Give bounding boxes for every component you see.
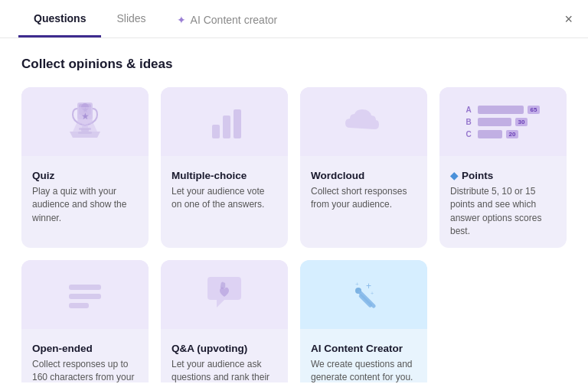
card-quiz[interactable]: ★ ★ Quiz Play a quiz with your audience …	[21, 87, 149, 248]
card-qa-upvoting-title: Q&A (upvoting)	[168, 343, 280, 354]
svg-rect-15	[69, 303, 89, 308]
card-quiz-title: Quiz	[29, 170, 141, 181]
svg-rect-11	[223, 116, 230, 138]
tab-questions[interactable]: Questions	[18, 0, 101, 37]
svg-rect-9	[79, 128, 91, 130]
card-qa-upvoting-image	[161, 260, 288, 329]
main-content: Collect opinions & ideas ★	[0, 38, 588, 382]
card-multiple-choice[interactable]: Multiple-choice Let your audience vote o…	[161, 87, 288, 248]
card-qa-upvoting[interactable]: Q&A (upvoting) Let your audience ask que…	[161, 260, 288, 382]
card-wordcloud-title: Wordcloud	[308, 170, 420, 181]
svg-rect-14	[69, 294, 101, 299]
section-title: Collect opinions & ideas	[21, 57, 567, 72]
card-ai-content-creator-desc: We create questions and generate content…	[308, 358, 420, 382]
svg-rect-5	[78, 132, 92, 134]
card-wordcloud-desc: Collect short responses from your audien…	[308, 185, 420, 212]
card-ai-content-creator[interactable]: + + + AI Content Creator We create quest…	[300, 260, 427, 382]
card-multiple-choice-desc: Let your audience vote on one of the ans…	[168, 185, 280, 212]
tabs-container: Questions Slides ✦ AI Content creator	[18, 0, 292, 37]
tab-ai-label: AI Content creator	[191, 14, 278, 26]
card-points[interactable]: A 65 B 30 C 20	[439, 87, 567, 248]
card-open-ended-desc: Collect responses up to 160 characters f…	[29, 358, 141, 382]
card-quiz-desc: Play a quiz with your audience and show …	[29, 185, 141, 225]
card-multiple-choice-image	[161, 87, 288, 156]
close-button[interactable]: ×	[564, 12, 573, 26]
card-wordcloud[interactable]: Wordcloud Collect short responses from y…	[300, 87, 427, 248]
svg-text:+: +	[366, 281, 371, 291]
card-points-desc: Distribute 5, 10 or 15 points and see wh…	[447, 185, 559, 239]
cards-row1: ★ ★ Quiz Play a quiz with your audience …	[21, 87, 567, 248]
tab-bar: Questions Slides ✦ AI Content creator ×	[0, 0, 588, 38]
card-open-ended-title: Open-ended	[29, 343, 141, 354]
card-qa-upvoting-desc: Let your audience ask questions and rank…	[168, 358, 280, 382]
card-ai-content-creator-title: AI Content Creator	[308, 343, 420, 354]
points-gem-icon: ◆	[450, 170, 458, 181]
svg-rect-8	[82, 124, 88, 128]
card-wordcloud-image	[300, 87, 427, 156]
svg-rect-12	[234, 109, 241, 138]
ai-sparkle-icon: ✦	[177, 14, 186, 26]
card-points-title: ◆ Points	[447, 170, 559, 181]
card-ai-content-creator-image: + + +	[300, 260, 427, 329]
svg-rect-10	[212, 125, 220, 138]
tab-slides[interactable]: Slides	[101, 0, 161, 37]
card-open-ended-image	[21, 260, 149, 329]
card-multiple-choice-title: Multiple-choice	[168, 170, 280, 181]
svg-text:+: +	[371, 291, 374, 296]
card-quiz-image: ★ ★	[21, 87, 149, 156]
svg-rect-13	[69, 285, 101, 290]
svg-text:+: +	[355, 281, 359, 288]
card-points-image: A 65 B 30 C 20	[439, 87, 567, 156]
svg-text:★: ★	[81, 111, 90, 122]
empty-slot	[439, 260, 567, 382]
card-open-ended[interactable]: Open-ended Collect responses up to 160 c…	[21, 260, 149, 382]
tab-ai-content-creator[interactable]: ✦ AI Content creator	[162, 2, 293, 37]
cards-row2: Open-ended Collect responses up to 160 c…	[21, 260, 567, 382]
